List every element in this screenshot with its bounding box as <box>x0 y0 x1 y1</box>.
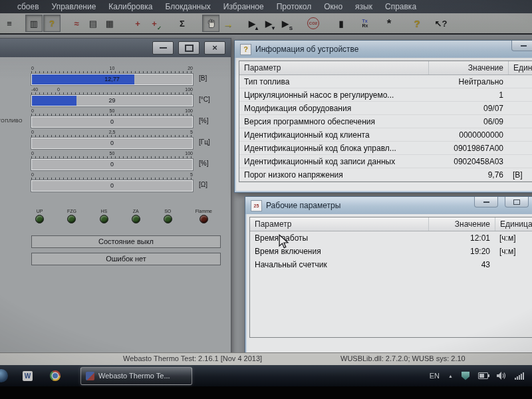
menu-item-favorites[interactable]: Избранное <box>223 2 264 11</box>
context-help-button[interactable]: ↖? <box>433 15 449 31</box>
pump-down-button[interactable]: ▶▼ <box>261 15 277 31</box>
add-confirm-button[interactable]: +✓ <box>146 15 162 31</box>
maximize-button[interactable] <box>178 41 200 55</box>
task-button-label: Webasto Thermo Te... <box>98 372 170 380</box>
measurements-window-titlebar: × <box>0 39 231 57</box>
action-center-icon[interactable] <box>462 372 469 380</box>
pump-up-mark: ▲ <box>254 25 259 31</box>
context-help-icon: ↖? <box>435 19 448 28</box>
maximize-button[interactable] <box>505 197 529 207</box>
system-tray: EN ▲ <box>430 372 524 380</box>
measurements-button[interactable]: ▥ <box>25 15 43 32</box>
mdi-area: × 0 10 20 12,77 [В] <box>0 35 532 352</box>
rx-label: Rx <box>362 23 368 28</box>
report-button[interactable]: ▤ <box>85 15 101 31</box>
device-info-window: ? Информация об устройстве Параметр Знач… <box>234 40 532 193</box>
word-taskbar-icon[interactable]: W <box>23 371 33 381</box>
table-row[interactable]: Версия программного обеспечения06/09 <box>239 115 532 128</box>
table-row[interactable]: Тип топливаНейтрально <box>239 75 532 88</box>
scale-label: 100 <box>185 87 193 92</box>
param-cell: Начальный счетчик <box>250 260 428 269</box>
led-indicator-row: UP FZG HS ZA SO Flamme <box>35 209 212 223</box>
work-params-table: Параметр Значение Единица Время работы12… <box>249 217 532 338</box>
add-button[interactable]: + <box>130 15 146 31</box>
menu-item-control[interactable]: Управление <box>52 2 96 11</box>
minimize-button[interactable] <box>511 41 532 51</box>
gauge-frequency: 0 2,5 5 0 [Гц] <box>31 132 193 149</box>
data-log-button[interactable]: ▦ <box>102 15 118 31</box>
menu-item-language[interactable]: язык <box>355 2 372 11</box>
led-up-light <box>35 215 44 223</box>
volume-icon[interactable] <box>497 372 506 380</box>
gauge-resistance-value: 0 <box>32 181 192 191</box>
fault-memory-button[interactable]: ≡ <box>1 15 17 31</box>
menu-item-calibration[interactable]: Калибровка <box>108 2 152 11</box>
webasto-task-button[interactable]: Webasto Thermo Te... <box>80 367 192 385</box>
device-info-titlebar[interactable]: ? Информация об устройстве <box>235 41 532 58</box>
led-za-light <box>132 215 140 223</box>
gauge-voltage-bar: 12,77 <box>31 74 193 85</box>
menu-item-protocol[interactable]: Протокол <box>277 2 312 11</box>
param-cell: Идентификационный код блока управл... <box>239 144 428 153</box>
menu-item-window[interactable]: Окно <box>324 2 342 11</box>
table-row[interactable]: Модификация оборудования09/07 <box>239 102 532 115</box>
work-params-titlebar[interactable]: 25 Рабочие параметры <box>245 197 532 214</box>
graph-button[interactable]: ≈ <box>68 15 84 31</box>
table-row[interactable]: Время включения19:20[ч:м] <box>250 245 532 258</box>
battery-icon[interactable] <box>478 372 488 379</box>
pump-up-button[interactable]: ▶▲ <box>244 15 260 31</box>
pump-s-mark: S <box>289 25 293 31</box>
app-version-text: Webasto Thermo Test: 2.16.1 [Nov 4 2013] <box>123 354 262 362</box>
led-flamme-label: Flamme <box>196 209 212 213</box>
start-button[interactable] <box>0 369 8 382</box>
menu-item-faults[interactable]: сбоев <box>17 2 39 11</box>
table-row[interactable]: Идентификационный код записи данных09020… <box>239 155 532 168</box>
table-header: Параметр Значение Единица <box>239 61 532 75</box>
bug-button[interactable]: * <box>381 15 397 31</box>
table-row[interactable]: Циркуляционный насос в регулируемо...1 <box>239 88 532 102</box>
help-button[interactable]: ? <box>409 15 425 31</box>
gauge-frequency-ruler: 0 2,5 5 <box>31 132 193 138</box>
network-signal-icon[interactable] <box>515 372 524 380</box>
param-cell: Версия программного обеспечения <box>239 117 428 126</box>
scale-label: 5 <box>190 130 193 134</box>
measurements-window: × 0 10 20 12,77 [В] <box>0 38 231 352</box>
measurements-window-body: 0 10 20 12,77 [В] -40 0 100 <box>0 57 231 265</box>
gauge-percent-ruler: 0 50 100 <box>31 153 193 159</box>
led-hs-light <box>100 215 108 223</box>
hand-button[interactable] <box>202 15 219 32</box>
unit-cell: [В] <box>508 170 532 180</box>
work-params-window-icon: 25 <box>251 200 262 211</box>
table-row[interactable]: Время работы12:01[ч:м] <box>250 231 532 245</box>
language-indicator[interactable]: EN <box>430 372 440 380</box>
menu-item-help[interactable]: Справка <box>385 2 416 11</box>
txrx-button[interactable]: TxRx <box>357 15 373 31</box>
gauge-percent: 0 50 100 0 [%] <box>31 153 193 170</box>
device-info-icon: ? <box>49 19 55 28</box>
show-hidden-icons-button[interactable]: ▲ <box>448 374 453 378</box>
table-row[interactable]: Идентификационный код блока управл...090… <box>239 142 532 155</box>
led-za: ZA <box>132 209 140 223</box>
led-za-label: ZA <box>132 209 140 213</box>
led-fzg-light <box>67 215 76 223</box>
table-row[interactable]: Порог низкого напряжения9,76[В] <box>239 168 532 182</box>
co2-button[interactable]: CO2 <box>305 15 321 31</box>
col-parameter: Параметр <box>239 63 428 72</box>
minimize-button[interactable] <box>152 41 174 55</box>
table-row[interactable]: Идентификационный код клиента0000000000 <box>239 128 532 142</box>
windows-taskbar: W Webasto Thermo Te... EN ▲ <box>0 365 532 386</box>
device-info-button[interactable]: ? <box>43 15 61 32</box>
minimize-button[interactable] <box>474 197 498 207</box>
sum-button[interactable]: Σ <box>174 15 190 31</box>
param-cell: Модификация оборудования <box>239 104 428 113</box>
component-button[interactable]: ▮ <box>333 15 349 31</box>
table-row[interactable]: Начальный счетчик43 <box>250 258 532 271</box>
led-so-light <box>164 215 172 223</box>
chrome-taskbar-icon[interactable] <box>50 370 61 381</box>
pump-s-button[interactable]: ▶S <box>277 15 293 31</box>
scale-label: -40 <box>31 87 38 92</box>
work-params-window: 25 Рабочие параметры Параметр Значение Е… <box>245 196 532 352</box>
menu-item-datablocks[interactable]: Блокданных <box>165 2 210 11</box>
forward-button[interactable]: → <box>220 15 236 31</box>
close-button[interactable]: × <box>204 41 225 55</box>
